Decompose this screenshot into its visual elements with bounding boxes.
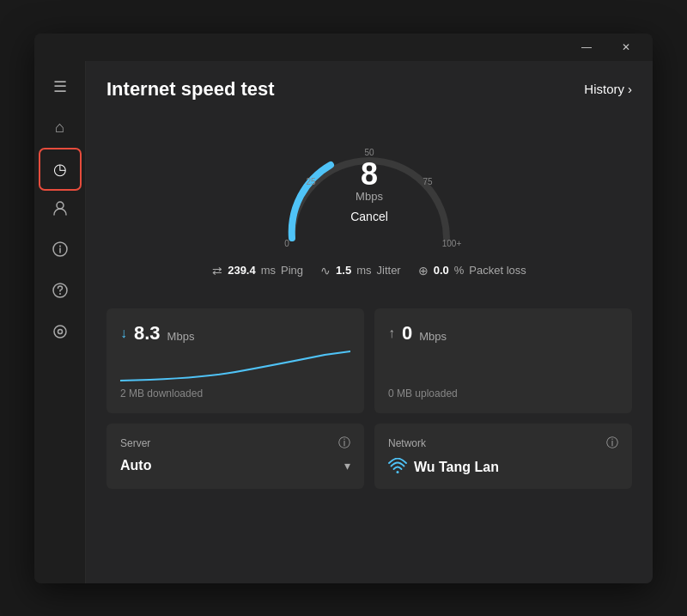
svg-point-0 [57,202,64,209]
jitter-label: Jitter [377,264,401,277]
sidebar-item-person[interactable] [41,192,79,229]
gauge-center: 8 Mbps Cancel [344,158,395,224]
menu-icon: ☰ [53,77,67,96]
jitter-value: 1.5 [336,264,351,277]
titlebar: — ✕ [34,34,653,61]
jitter-unit: ms [356,264,371,277]
svg-point-6 [54,326,66,338]
ping-value: 239.4 [228,264,256,277]
upload-sub-label: 0 MB uploaded [388,387,618,399]
ping-label: Ping [281,264,303,277]
jitter-stat: ∿ 1.5 ms Jitter [320,264,401,278]
page-title: Internet speed test [106,78,275,101]
jitter-icon: ∿ [320,264,331,278]
sidebar-item-home[interactable]: ⌂ [41,109,79,147]
packet-label: Packet loss [469,264,526,277]
download-speed-row: ↓ 8.3 Mbps [120,322,350,345]
upload-speed-value: 0 [402,322,412,345]
svg-point-13 [397,471,399,473]
download-unit: Mbps [167,330,195,343]
upload-card: ↑ 0 Mbps 0 MB uploaded [374,308,632,413]
sidebar: ☰ ⌂ ◷ [34,61,86,583]
packet-value: 0.0 [434,264,449,277]
download-speed-value: 8.3 [134,322,161,345]
server-card: Server ⓘ Auto ▾ [106,424,364,489]
info-circle-icon [52,241,69,262]
speedometer-section: 0 25 50 75 100+ 8 Mbps Cancel ⇄ [106,118,632,291]
packet-icon: ⊕ [418,264,429,278]
question-icon [52,282,69,303]
settings-icon [52,323,69,345]
download-arrow-icon: ↓ [120,326,127,341]
sidebar-item-menu[interactable]: ☰ [41,68,79,106]
gauge-container: 0 25 50 75 100+ 8 Mbps Cancel [275,118,464,255]
network-value-row: Wu Tang Lan [388,458,618,477]
upload-arrow-icon: ↑ [388,326,395,341]
download-card: ↓ 8.3 Mbps 2 MB downloaded [106,308,364,413]
sidebar-item-speedtest[interactable]: ◷ [41,150,79,188]
network-label: Network [388,437,426,449]
network-card-header: Network ⓘ [388,436,618,451]
history-label: History [584,82,624,96]
history-link[interactable]: History › [584,82,632,96]
download-chart [120,348,350,382]
bottom-row: Server ⓘ Auto ▾ Network ⓘ [106,424,632,489]
download-sub-label: 2 MB downloaded [120,387,350,399]
server-dropdown-icon[interactable]: ▾ [344,459,350,473]
cards-row: ↓ 8.3 Mbps 2 MB downloaded ↑ [106,308,632,413]
sidebar-item-settings[interactable] [41,315,79,353]
network-card: Network ⓘ Wu Tang Lan [374,424,632,489]
sidebar-item-info[interactable] [41,233,79,271]
content-area: Internet speed test History › 0 [86,61,653,583]
server-label: Server [120,437,150,449]
person-icon [52,199,69,221]
upload-speed-row: ↑ 0 Mbps [388,322,618,345]
home-icon: ⌂ [55,119,64,137]
network-value: Wu Tang Lan [414,460,499,475]
packet-loss-stat: ⊕ 0.0 % Packet loss [418,264,526,278]
upload-unit: Mbps [419,330,447,343]
close-button[interactable]: ✕ [606,34,646,61]
svg-point-3 [59,246,61,247]
minimize-button[interactable]: — [567,34,606,61]
ping-icon: ⇄ [212,264,222,278]
svg-point-5 [59,293,61,295]
stats-row: ⇄ 239.4 ms Ping ∿ 1.5 ms Jitter ⊕ 0.0 [212,264,526,278]
history-arrow: › [628,82,632,96]
ping-unit: ms [261,264,276,277]
content-header: Internet speed test History › [106,78,632,101]
svg-text:75: 75 [423,177,433,186]
sidebar-item-help[interactable] [41,274,79,312]
svg-point-7 [58,330,62,334]
gauge-speed-value: 8 [344,158,395,189]
svg-text:100+: 100+ [442,239,462,248]
svg-text:25: 25 [306,177,316,186]
server-card-header: Server ⓘ [120,436,350,451]
cancel-button[interactable]: Cancel [344,207,395,224]
speedtest-icon: ◷ [53,160,67,179]
server-info-icon[interactable]: ⓘ [338,436,350,451]
server-value: Auto [120,458,151,473]
server-value-row: Auto ▾ [120,458,350,473]
main-layout: ☰ ⌂ ◷ [34,61,653,583]
network-info-icon[interactable]: ⓘ [606,436,618,451]
gauge-speed-unit: Mbps [344,189,395,202]
app-window: — ✕ ☰ ⌂ ◷ [34,34,653,583]
svg-text:0: 0 [284,239,289,248]
packet-unit: % [454,264,465,277]
ping-stat: ⇄ 239.4 ms Ping [212,264,303,278]
wifi-icon [388,458,407,477]
